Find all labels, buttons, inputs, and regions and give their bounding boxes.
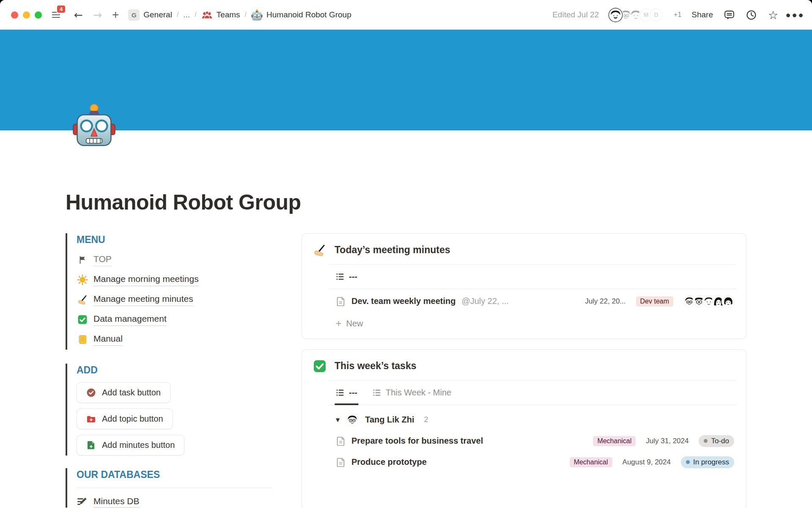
app-window: 4 ← → + G General / ... / Teams <box>0 0 812 508</box>
avatar-man-mustache <box>609 8 622 22</box>
meeting-date: July 22, 20... <box>585 297 625 306</box>
avatar-letter-d: D <box>650 8 663 22</box>
new-item-label: New <box>346 319 363 329</box>
menu-link-data-management[interactable]: Data management <box>77 310 272 330</box>
task-row[interactable]: Prepare tools for business travel Mechan… <box>329 431 736 452</box>
notification-badge: 4 <box>56 5 66 14</box>
traffic-lights <box>11 11 42 19</box>
due-date: July 31, 2024 <box>646 437 689 445</box>
topic-folder-icon <box>86 414 96 424</box>
breadcrumb-separator: / <box>177 11 178 19</box>
meeting-row[interactable]: Dev. team weekly meeting @July 22, ... J… <box>329 289 736 314</box>
menu-link-top[interactable]: TOP <box>77 250 272 270</box>
view-tab-label: This Week - Mine <box>386 388 451 398</box>
status-label: To-do <box>711 437 729 445</box>
menu-link-label: Manual <box>93 333 123 345</box>
meeting-date-mention: @July 22, ... <box>461 296 508 306</box>
breadcrumb-collapsed[interactable]: ... <box>183 10 190 19</box>
updates-clock-icon[interactable] <box>745 9 757 21</box>
workspace-initial-icon: G <box>128 9 140 21</box>
check-mark-icon <box>77 314 88 326</box>
group-avatar <box>346 414 359 426</box>
add-minutes-label: Add minutes button <box>102 440 175 450</box>
writing-hand-icon <box>77 294 88 306</box>
list-view-icon <box>373 388 381 397</box>
databases-section: OUR DATABASES Minutes DB <box>66 468 272 508</box>
back-icon[interactable]: ← <box>74 9 83 21</box>
left-column: MENU TOP Manage morning meet <box>66 233 272 508</box>
menu-link-manual[interactable]: Manual <box>77 330 272 350</box>
page-cover <box>0 30 812 130</box>
task-check-icon <box>86 388 96 398</box>
presence-overflow-count: +1 <box>674 11 681 19</box>
card-title: This week’s tasks <box>335 360 416 372</box>
titlebar-actions: Edited Jul 22 M D +1 Share ☆ ●●● <box>552 8 801 22</box>
menu-heading: MENU <box>77 233 272 246</box>
sidebar-toggle-icon[interactable]: 4 <box>52 10 62 19</box>
collapse-toggle-icon[interactable]: ▼ <box>336 417 340 423</box>
group-name: Tang Lik Zhi <box>365 415 414 425</box>
breadcrumb-workspace-label: General <box>143 10 172 19</box>
breadcrumb-workspace[interactable]: G General <box>128 9 172 21</box>
close-window-button[interactable] <box>11 11 18 19</box>
meeting-minutes-card: Today’s meeting minutes --- <box>302 233 746 339</box>
category-tag: Mechanical <box>570 457 612 467</box>
favorite-star-icon[interactable]: ☆ <box>767 9 779 21</box>
weekly-tasks-card: This week’s tasks --- This Week - Mine <box>302 349 746 508</box>
edited-timestamp: Edited Jul 22 <box>552 10 599 19</box>
task-row[interactable]: Produce prototype Mechanical August 9, 2… <box>329 452 736 473</box>
comments-icon[interactable] <box>723 9 735 21</box>
breadcrumb-separator: / <box>245 11 247 19</box>
add-topic-button[interactable]: Add topic button <box>77 409 173 429</box>
new-tab-icon[interactable]: + <box>112 9 119 21</box>
view-tab[interactable]: --- <box>336 265 357 289</box>
robot-emoji-icon <box>251 9 263 21</box>
forward-icon[interactable]: → <box>93 9 102 21</box>
ledger-icon <box>77 334 88 345</box>
presence-avatar-stack[interactable]: M D <box>609 8 663 22</box>
menu-link-meeting-minutes[interactable]: Manage meeting minutes <box>77 290 272 310</box>
page-content: Humanoid Robot Group MENU TOP <box>0 130 812 508</box>
databases-heading: OUR DATABASES <box>77 468 272 481</box>
menu-link-label: Data management <box>93 313 167 326</box>
minimize-window-button[interactable] <box>23 11 30 19</box>
list-view-icon <box>336 388 345 397</box>
breadcrumb-page[interactable]: Humanoid Robot Group <box>251 9 351 21</box>
add-heading: ADD <box>77 364 272 376</box>
menu-link-label: Manage meeting minutes <box>93 293 193 306</box>
breadcrumb: G General / ... / Teams / Humanoid Robot… <box>128 9 351 21</box>
share-button[interactable]: Share <box>691 10 713 19</box>
right-column: Today’s meeting minutes --- <box>302 233 746 508</box>
minutes-db-link[interactable]: Minutes DB <box>77 496 272 508</box>
add-minutes-button[interactable]: Add minutes button <box>77 435 184 456</box>
add-section: ADD Add task button Add topic button <box>66 364 272 456</box>
compose-icon <box>77 496 88 507</box>
breadcrumb-teams-label: Teams <box>217 10 240 19</box>
attendee-avatars <box>683 295 734 307</box>
teams-people-icon <box>201 9 213 21</box>
add-topic-label: Add topic button <box>102 414 163 424</box>
menu-link-morning-meetings[interactable]: Manage morning meetings <box>77 270 272 290</box>
breadcrumb-teams[interactable]: Teams <box>201 9 240 21</box>
page-title[interactable]: Humanoid Robot Group <box>66 130 746 215</box>
view-tab-label: --- <box>349 272 357 282</box>
view-tab-this-week-mine[interactable]: This Week - Mine <box>373 381 451 405</box>
meeting-title: Dev. team weekly meeting <box>351 296 455 306</box>
view-tab-active[interactable]: --- <box>336 381 357 405</box>
plus-icon: + <box>336 319 341 329</box>
minutes-file-icon <box>86 440 96 450</box>
category-tag: Mechanical <box>593 436 636 446</box>
list-view-icon <box>336 272 345 281</box>
breadcrumb-separator: / <box>195 11 196 19</box>
new-item-button[interactable]: + New <box>329 314 736 339</box>
more-options-icon[interactable]: ●●● <box>789 9 801 21</box>
status-label: In progress <box>693 458 729 467</box>
task-title: Prepare tools for business travel <box>351 436 483 446</box>
team-tag: Dev team <box>636 296 673 306</box>
zoom-window-button[interactable] <box>35 11 42 19</box>
page-robot-emoji-icon[interactable] <box>72 103 116 148</box>
minutes-db-label: Minutes DB <box>93 496 140 508</box>
writing-hand-emoji-icon <box>313 243 326 257</box>
add-task-button[interactable]: Add task button <box>77 382 170 403</box>
view-tab-label: --- <box>349 388 357 398</box>
